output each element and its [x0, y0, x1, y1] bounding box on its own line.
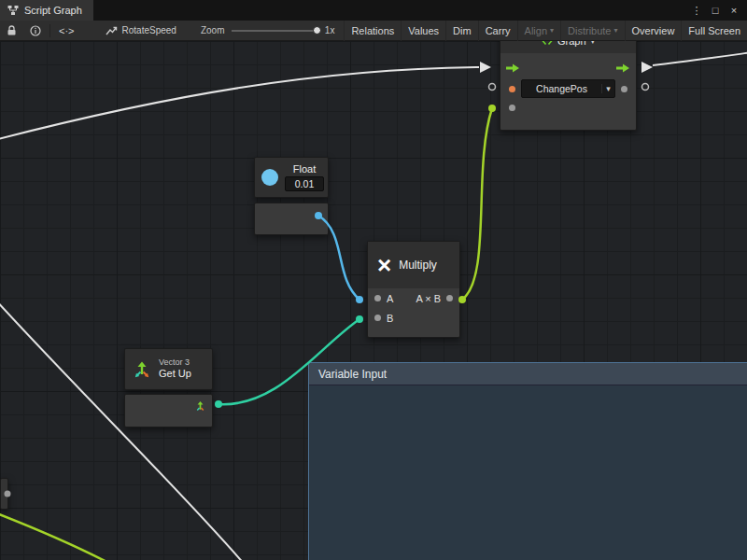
vector3-icon — [133, 360, 151, 379]
zoom-label: Zoom — [201, 25, 225, 35]
graph-name-label: RotateSpeed — [122, 25, 176, 35]
multiply-title: Multiply — [399, 259, 437, 272]
output-port[interactable] — [446, 295, 453, 301]
chevron-down-icon: ▾ — [601, 84, 614, 93]
multiply-header[interactable]: × Multiply — [368, 242, 459, 288]
close-icon[interactable]: × — [726, 3, 741, 18]
zoom-slider[interactable] — [232, 24, 320, 37]
value-input-port[interactable] — [509, 105, 515, 111]
relations-button[interactable]: Relations — [344, 21, 401, 41]
focus-button[interactable]: <·> — [52, 21, 81, 41]
flow-in-port[interactable] — [506, 63, 520, 74]
multiply-node[interactable]: × Multiply A A × B B — [367, 241, 460, 338]
float-type-icon — [261, 169, 278, 186]
changepos-dropdown-value: ChangePos — [522, 83, 601, 94]
zoom-slider-track — [232, 30, 315, 32]
float-node[interactable]: Float 0.01 — [254, 157, 329, 198]
multiply-icon: × — [377, 253, 391, 277]
tab-script-graph[interactable]: Script Graph — [0, 0, 93, 21]
distribute-button[interactable]: Distribute ▾ — [560, 21, 624, 41]
menu-icon[interactable]: ⋮ — [689, 3, 704, 18]
align-label: Align — [525, 25, 547, 36]
lock-button[interactable] — [0, 21, 23, 41]
input-port-a-label: A — [387, 293, 393, 304]
lock-icon — [7, 25, 17, 36]
zoom-slider-knob[interactable] — [313, 26, 321, 35]
flow-out-port[interactable] — [616, 63, 630, 74]
graph-icon — [7, 5, 19, 16]
vector3-node-title: Get Up — [159, 368, 191, 381]
variable-input-body — [309, 385, 747, 560]
graph-unit-node[interactable]: Graph ▾ ChangePos ▾ — [500, 28, 637, 131]
changepos-dropdown[interactable]: ChangePos ▾ — [521, 79, 615, 98]
float-value-input[interactable]: 0.01 — [285, 176, 324, 191]
input-port-b[interactable] — [374, 315, 381, 321]
float-node-body[interactable] — [254, 203, 329, 235]
values-button[interactable]: Values — [401, 21, 445, 41]
toolbar-separator — [49, 24, 50, 37]
vector3-node-body[interactable] — [124, 394, 213, 427]
graph-asset-reference[interactable]: RotateSpeed — [106, 25, 176, 36]
info-button[interactable] — [23, 21, 48, 41]
input-port-a[interactable] — [374, 295, 381, 301]
fullscreen-button[interactable]: Full Screen — [681, 21, 747, 41]
window-titlebar: Script Graph ⋮ □ × — [0, 0, 747, 21]
script-graph-icon — [106, 25, 118, 36]
align-button[interactable]: Align ▾ — [517, 21, 560, 41]
tab-label: Script Graph — [24, 5, 82, 16]
vector3-output-icon — [194, 400, 206, 413]
output-port-label: A × B — [416, 293, 441, 304]
partial-node[interactable] — [0, 478, 8, 510]
variable-input-panel[interactable]: Variable Input — [308, 362, 747, 560]
value-output-port[interactable] — [621, 86, 627, 92]
vector3-type-label: Vector 3 — [159, 357, 191, 368]
chevron-down-icon: ▾ — [550, 26, 554, 35]
chevron-down-icon: ▾ — [614, 26, 618, 35]
overview-button[interactable]: Overview — [625, 21, 682, 41]
zoom-value: 1x — [325, 25, 335, 35]
distribute-label: Distribute — [568, 25, 611, 36]
float-node-title: Float — [293, 163, 316, 175]
info-icon — [30, 25, 41, 36]
variable-input-header[interactable]: Variable Input — [309, 363, 747, 385]
maximize-icon[interactable]: □ — [708, 3, 723, 18]
dim-button[interactable]: Dim — [445, 21, 478, 41]
carry-button[interactable]: Carry — [478, 21, 517, 41]
vector3-get-up-node[interactable]: Vector 3 Get Up — [124, 348, 213, 390]
variable-input-title: Variable Input — [318, 368, 387, 381]
graph-toolbar: <·> RotateSpeed Zoom 1x Relations Values… — [0, 21, 747, 41]
value-input-port[interactable] — [509, 86, 515, 92]
input-port-b-label: B — [387, 313, 393, 324]
